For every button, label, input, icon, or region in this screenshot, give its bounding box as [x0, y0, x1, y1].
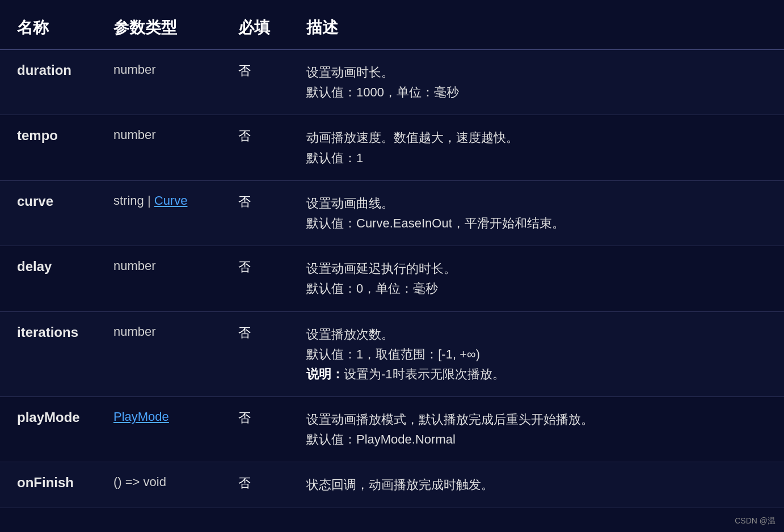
desc-line: 默认值：Curve.EaseInOut，平滑开始和结束。 [306, 213, 773, 233]
cell-name: tempo [0, 115, 102, 180]
cell-desc: 设置播放次数。默认值：1，取值范围：[-1, +∞)说明：设置为-1时表示无限次… [295, 311, 784, 397]
desc-line: 默认值：0，单位：毫秒 [306, 278, 773, 298]
table-row: onFinish() => void否状态回调，动画播放完成时触发。 [0, 462, 784, 508]
cell-required: 否 [227, 246, 295, 311]
cell-name: duration [0, 49, 102, 115]
cell-desc: 设置动画延迟执行的时长。默认值：0，单位：毫秒 [295, 246, 784, 311]
cell-required: 否 [227, 397, 295, 462]
desc-line: 设置动画延迟执行的时长。 [306, 259, 773, 278]
table-row: temponumber否动画播放速度。数值越大，速度越快。默认值：1 [0, 115, 784, 180]
cell-required: 否 [227, 462, 295, 508]
desc-line: 设置播放次数。 [306, 324, 773, 344]
desc-line: 设置动画播放模式，默认播放完成后重头开始播放。 [306, 409, 773, 429]
desc-line: 状态回调，动画播放完成时触发。 [306, 475, 773, 495]
table-row: playModePlayMode否设置动画播放模式，默认播放完成后重头开始播放。… [0, 397, 784, 462]
cell-required: 否 [227, 115, 295, 180]
table-row: curvestring | Curve否设置动画曲线。默认值：Curve.Eas… [0, 180, 784, 246]
desc-line: 设置动画时长。 [306, 62, 773, 82]
type-link[interactable]: Curve [154, 193, 188, 208]
cell-name: onFinish [0, 462, 102, 508]
header-name: 名称 [0, 6, 102, 49]
table-row: iterationsnumber否设置播放次数。默认值：1，取值范围：[-1, … [0, 311, 784, 397]
desc-line: 默认值：1000，单位：毫秒 [306, 82, 773, 102]
cell-required: 否 [227, 180, 295, 246]
table-row: durationnumber否设置动画时长。默认值：1000，单位：毫秒 [0, 49, 784, 115]
desc-line: 默认值：PlayMode.Normal [306, 429, 773, 449]
cell-name: delay [0, 246, 102, 311]
desc-line: 说明：设置为-1时表示无限次播放。 [306, 364, 773, 384]
cell-desc: 动画播放速度。数值越大，速度越快。默认值：1 [295, 115, 784, 180]
type-link[interactable]: PlayMode [113, 409, 169, 424]
cell-required: 否 [227, 49, 295, 115]
params-table: 名称 参数类型 必填 描述 durationnumber否设置动画时长。默认值：… [0, 6, 784, 508]
header-desc: 描述 [295, 6, 784, 49]
cell-desc: 设置动画播放模式，默认播放完成后重头开始播放。默认值：PlayMode.Norm… [295, 397, 784, 462]
header-type: 参数类型 [102, 6, 227, 49]
bold-label: 说明： [306, 367, 344, 381]
cell-desc: 设置动画时长。默认值：1000，单位：毫秒 [295, 49, 784, 115]
desc-line: 动画播放速度。数值越大，速度越快。 [306, 128, 773, 147]
cell-type: number [102, 115, 227, 180]
cell-type: number [102, 246, 227, 311]
table-container: 名称 参数类型 必填 描述 durationnumber否设置动画时长。默认值：… [0, 0, 784, 514]
type-text: string | [113, 193, 154, 208]
table-row: delaynumber否设置动画延迟执行的时长。默认值：0，单位：毫秒 [0, 246, 784, 311]
cell-desc: 状态回调，动画播放完成时触发。 [295, 462, 784, 508]
cell-type: () => void [102, 462, 227, 508]
desc-line: 默认值：1，取值范围：[-1, +∞) [306, 344, 773, 364]
cell-type: PlayMode [102, 397, 227, 462]
cell-name: iterations [0, 311, 102, 397]
cell-type: string | Curve [102, 180, 227, 246]
cell-type: number [102, 49, 227, 115]
cell-type: number [102, 311, 227, 397]
watermark: CSDN @温 [735, 516, 775, 526]
desc-line: 设置动画曲线。 [306, 193, 773, 213]
table-header-row: 名称 参数类型 必填 描述 [0, 6, 784, 49]
desc-line: 默认值：1 [306, 148, 773, 168]
cell-name: playMode [0, 397, 102, 462]
header-required: 必填 [227, 6, 295, 49]
cell-required: 否 [227, 311, 295, 397]
cell-name: curve [0, 180, 102, 246]
cell-desc: 设置动画曲线。默认值：Curve.EaseInOut，平滑开始和结束。 [295, 180, 784, 246]
